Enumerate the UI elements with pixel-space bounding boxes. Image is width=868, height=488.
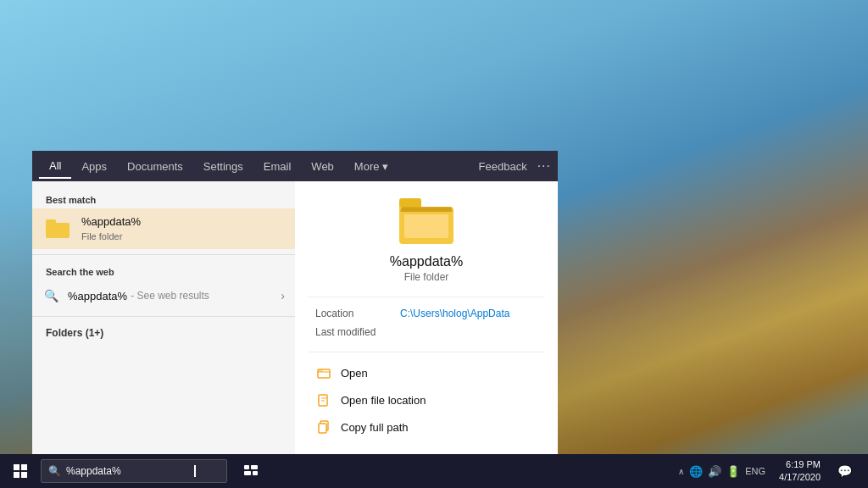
taskbar-middle bbox=[234, 454, 268, 488]
folder-icon-small bbox=[42, 214, 73, 244]
detail-app-type: File folder bbox=[404, 271, 449, 283]
best-match-label: Best match bbox=[32, 188, 295, 208]
svg-rect-1 bbox=[318, 369, 323, 372]
search-content: Best match %appdata% File folder Search … bbox=[32, 181, 558, 454]
svg-rect-7 bbox=[14, 472, 19, 478]
svg-rect-10 bbox=[251, 465, 258, 469]
last-modified-row: Last modified bbox=[309, 326, 544, 338]
last-modified-label: Last modified bbox=[315, 326, 400, 338]
taskbar-search-input[interactable] bbox=[66, 465, 193, 477]
svg-rect-6 bbox=[21, 464, 27, 470]
taskbar-right: ∧ 🌐 🔊 🔋 ENG 6:19 PM 4/17/2020 💬 bbox=[671, 454, 868, 488]
svg-rect-12 bbox=[253, 471, 258, 475]
taskbar-search-box[interactable]: 🔍 bbox=[41, 459, 227, 483]
taskbar-clock[interactable]: 6:19 PM 4/17/2020 bbox=[772, 458, 827, 485]
best-match-text: %appdata% File folder bbox=[81, 215, 141, 243]
system-tray: ∧ 🌐 🔊 🔋 ENG bbox=[671, 465, 772, 478]
tab-settings[interactable]: Settings bbox=[193, 155, 253, 178]
action-open-label: Open bbox=[341, 367, 368, 380]
svg-rect-11 bbox=[244, 471, 251, 475]
start-button[interactable] bbox=[3, 454, 37, 488]
language-icon: ENG bbox=[745, 466, 765, 476]
tab-documents[interactable]: Documents bbox=[117, 155, 193, 178]
action-copy-full-path-label: Copy full path bbox=[341, 421, 409, 434]
clock-time: 6:19 PM bbox=[786, 458, 821, 471]
text-cursor bbox=[194, 465, 196, 477]
search-results-left: Best match %appdata% File folder Search … bbox=[32, 181, 295, 454]
tab-web[interactable]: Web bbox=[301, 155, 344, 178]
search-results-right: %appdata% File folder Location C:\Users\… bbox=[295, 181, 558, 454]
best-match-type: File folder bbox=[81, 231, 122, 241]
search-tabs-right: Feedback ··· bbox=[479, 158, 551, 174]
tab-all[interactable]: All bbox=[39, 154, 71, 179]
web-search-item[interactable]: 🔍 %appdata% - See web results › bbox=[32, 280, 295, 311]
open-folder-icon bbox=[315, 364, 332, 381]
divider-2 bbox=[32, 316, 295, 317]
network-icon[interactable]: 🌐 bbox=[689, 465, 703, 478]
info-divider bbox=[309, 297, 544, 297]
location-label: Location bbox=[315, 308, 400, 319]
action-open-file-location[interactable]: Open file location bbox=[309, 386, 544, 413]
web-search-suffix: - See web results bbox=[131, 290, 209, 302]
tab-apps[interactable]: Apps bbox=[71, 155, 117, 178]
divider-1 bbox=[32, 254, 295, 255]
file-location-icon bbox=[315, 391, 332, 408]
copy-path-icon bbox=[315, 419, 332, 435]
location-row: Location C:\Users\holog\AppData bbox=[309, 308, 544, 319]
svg-rect-5 bbox=[14, 464, 19, 470]
svg-rect-9 bbox=[244, 465, 249, 469]
svg-rect-4 bbox=[319, 424, 326, 433]
chevron-up-icon[interactable]: ∧ bbox=[678, 467, 684, 476]
feedback-button[interactable]: Feedback bbox=[479, 160, 527, 173]
volume-icon[interactable]: 🔊 bbox=[708, 465, 721, 478]
task-view-button[interactable] bbox=[234, 454, 268, 488]
search-panel: All Apps Documents Settings Email Web Mo… bbox=[32, 151, 558, 454]
location-value[interactable]: C:\Users\holog\AppData bbox=[400, 308, 509, 319]
detail-app-name: %appdata% bbox=[390, 254, 463, 269]
action-open[interactable]: Open bbox=[309, 359, 544, 386]
tab-more[interactable]: More ▾ bbox=[344, 155, 398, 178]
search-web-icon: 🔍 bbox=[42, 287, 59, 304]
taskbar-search-icon: 🔍 bbox=[48, 465, 61, 477]
clock-date: 4/17/2020 bbox=[779, 471, 821, 484]
tab-email[interactable]: Email bbox=[253, 155, 302, 178]
svg-rect-8 bbox=[21, 472, 27, 478]
action-open-file-location-label: Open file location bbox=[341, 394, 426, 407]
folder-icon-large bbox=[399, 198, 453, 244]
action-divider bbox=[309, 352, 544, 352]
notification-button[interactable]: 💬 bbox=[827, 454, 861, 488]
more-options-button[interactable]: ··· bbox=[537, 158, 551, 174]
action-copy-full-path[interactable]: Copy full path bbox=[309, 413, 544, 441]
chevron-right-icon: › bbox=[281, 289, 285, 302]
folders-label: Folders (1+) bbox=[32, 322, 295, 344]
taskbar: 🔍 ∧ 🌐 🔊 🔋 ENG 6:19 PM 4/17/2020 💬 bbox=[0, 454, 868, 488]
search-tabs-bar: All Apps Documents Settings Email Web Mo… bbox=[32, 151, 558, 181]
battery-icon[interactable]: 🔋 bbox=[726, 465, 740, 478]
best-match-name: %appdata% bbox=[81, 215, 141, 228]
web-search-text: %appdata% - See web results bbox=[68, 290, 209, 302]
web-search-label: Search the web bbox=[32, 260, 295, 280]
best-match-item[interactable]: %appdata% File folder bbox=[32, 208, 295, 249]
web-search-query: %appdata% bbox=[68, 290, 127, 302]
